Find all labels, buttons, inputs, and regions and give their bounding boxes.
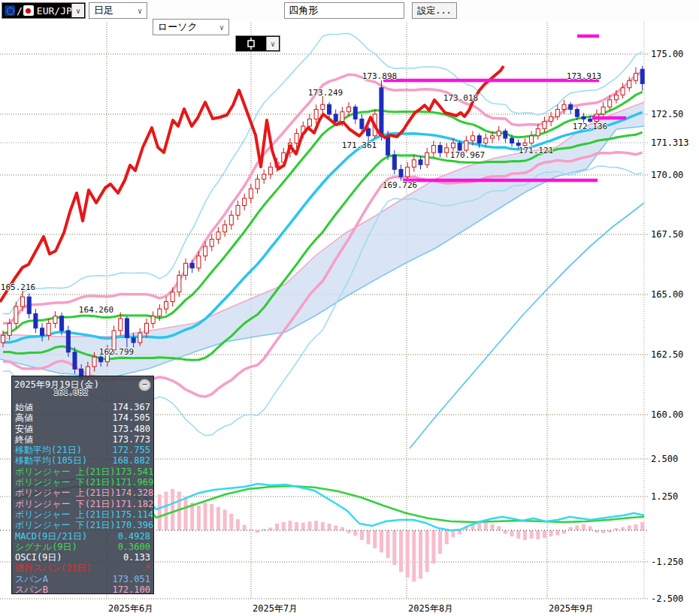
osci-histogram-bar bbox=[504, 530, 507, 533]
candle-body bbox=[197, 256, 201, 268]
chevron-down-icon[interactable]: ∨ bbox=[71, 4, 84, 17]
candle-body bbox=[334, 114, 337, 122]
swing-price-label: 171.361 bbox=[342, 140, 377, 150]
osci-histogram-bar bbox=[380, 530, 383, 552]
candle-body bbox=[412, 160, 416, 168]
draw-tool-input[interactable] bbox=[284, 2, 404, 19]
candle-style-icon bbox=[247, 38, 256, 50]
swing-price-label: 161.082 bbox=[53, 388, 88, 397]
candle-body bbox=[510, 138, 514, 143]
quote-info-row: ボリンジャー 上(21日)173.541 bbox=[12, 467, 153, 477]
candle-body bbox=[216, 232, 220, 240]
quote-info-row: シグナル(9日)0.3600 bbox=[12, 542, 153, 552]
candle-body bbox=[438, 146, 442, 153]
candle-body bbox=[236, 206, 240, 216]
candle-body bbox=[151, 316, 155, 324]
candle-body bbox=[353, 107, 357, 119]
candle-body bbox=[608, 100, 612, 107]
candle-body bbox=[582, 116, 586, 119]
settings-button[interactable]: 設定... bbox=[412, 2, 457, 19]
osci-histogram-bar bbox=[229, 514, 233, 530]
candle-body bbox=[328, 104, 331, 114]
osci-histogram-bar bbox=[445, 530, 449, 544]
quote-info-row: 移動平均(105日)168.882 bbox=[12, 455, 153, 466]
osci-histogram-bar bbox=[373, 530, 377, 548]
month-axis-label: 2025年6月 bbox=[108, 602, 153, 615]
osci-histogram-bar bbox=[236, 519, 240, 530]
candle-body bbox=[171, 292, 174, 302]
osci-histogram-bar bbox=[634, 524, 637, 530]
candle-body bbox=[2, 335, 5, 343]
candle-style-select[interactable]: ∨ bbox=[235, 35, 280, 52]
quote-info-row: ボリンジャー 上(21日)174.328 bbox=[12, 488, 153, 498]
osci-histogram-bar bbox=[621, 527, 625, 530]
candle-body bbox=[14, 306, 18, 323]
chevron-down-icon: ∨ bbox=[216, 21, 227, 33]
osci-histogram-bar bbox=[268, 527, 272, 530]
candle-body bbox=[314, 110, 318, 119]
osci-histogram-bar bbox=[536, 530, 540, 539]
candle-body bbox=[132, 338, 135, 343]
candle-body bbox=[392, 155, 396, 169]
osci-histogram-bar bbox=[601, 530, 605, 533]
candle-body bbox=[229, 215, 233, 225]
candle-body bbox=[347, 107, 351, 111]
candle-body bbox=[367, 128, 371, 136]
candle-body bbox=[497, 131, 501, 135]
candle-body bbox=[628, 80, 631, 88]
osci-histogram-bar bbox=[640, 522, 644, 530]
osci-histogram-bar bbox=[386, 530, 390, 558]
candle-body bbox=[249, 189, 253, 198]
swing-price-label: 171.121 bbox=[519, 146, 553, 156]
osci-histogram-bar bbox=[340, 527, 344, 530]
quote-info-row: 始値174.367 bbox=[12, 402, 153, 412]
currency-pair-select[interactable]: / EUR/JPY ∨ bbox=[2, 2, 86, 19]
quote-info-row: ボリンジャー 下(21日)171.969 bbox=[12, 477, 153, 488]
osci-histogram-bar bbox=[158, 494, 162, 530]
minimize-button[interactable]: − bbox=[138, 379, 151, 391]
candle-body bbox=[536, 128, 540, 136]
quote-info-panel[interactable]: 2025年9月19日(金) − 始値174.367高値174.505安値173.… bbox=[11, 376, 154, 594]
swing-price-label: 169.726 bbox=[383, 180, 417, 190]
candle-body bbox=[8, 323, 11, 335]
osci-histogram-bar bbox=[614, 528, 618, 530]
swing-price-label: 162.799 bbox=[99, 347, 134, 357]
candle-body bbox=[491, 136, 495, 138]
quote-info-row: 遅行スパン(21日)* bbox=[12, 563, 153, 573]
candle-body bbox=[634, 74, 637, 81]
osci-histogram-bar bbox=[184, 497, 188, 530]
osci-histogram-bar bbox=[295, 522, 298, 530]
swing-price-label: 173.018 bbox=[443, 93, 478, 103]
candle-body bbox=[125, 319, 129, 338]
candle-body bbox=[34, 314, 38, 328]
candle-body bbox=[41, 328, 44, 336]
quote-info-row: スパンB172.100 bbox=[12, 584, 153, 595]
quote-info-row: スパンA173.051 bbox=[12, 574, 153, 584]
candle-body bbox=[177, 275, 181, 291]
candle-body bbox=[256, 179, 259, 189]
candle-body bbox=[340, 112, 344, 122]
osci-histogram-bar bbox=[307, 521, 311, 530]
swing-price-label: 172.136 bbox=[573, 122, 607, 131]
osci-histogram-bar bbox=[301, 523, 305, 530]
candle-body bbox=[60, 316, 64, 331]
osci-histogram-bar bbox=[190, 503, 194, 530]
osci-histogram-bar bbox=[204, 503, 207, 530]
chart-type-select[interactable]: ローソク ∨ bbox=[153, 19, 229, 35]
osci-histogram-bar bbox=[243, 525, 247, 530]
candle-body bbox=[621, 88, 625, 95]
osci-histogram-bar bbox=[438, 530, 442, 554]
osci-histogram-bar bbox=[555, 530, 559, 536]
candle-body bbox=[21, 297, 25, 306]
quote-info-row: 終値173.773 bbox=[12, 434, 153, 445]
candle-body bbox=[562, 104, 566, 109]
osci-histogram-bar bbox=[165, 491, 168, 530]
candle-body bbox=[464, 140, 468, 150]
osci-histogram-bar bbox=[562, 530, 566, 533]
price-axis-label: 160.00 bbox=[651, 409, 683, 420]
osci-histogram-bar bbox=[543, 530, 546, 538]
osci-histogram-bar bbox=[334, 525, 337, 530]
timeframe-select[interactable]: 日足 ∨ bbox=[89, 2, 147, 19]
candle-body bbox=[321, 104, 325, 109]
quote-info-row: 高値174.505 bbox=[12, 412, 153, 423]
